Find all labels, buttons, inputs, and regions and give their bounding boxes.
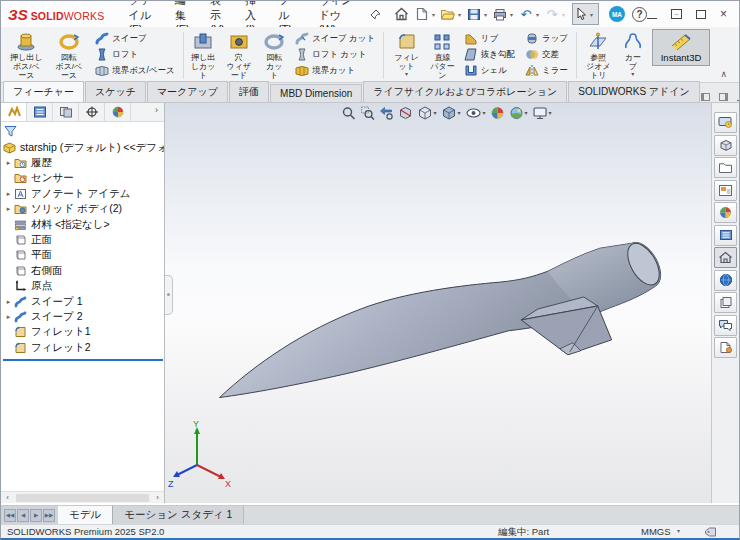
user-avatar[interactable]: MA xyxy=(609,6,625,22)
select-caret-icon[interactable]: ▾ xyxy=(590,11,593,18)
boundary-cut-button[interactable]: 境界カット xyxy=(292,63,378,78)
shell-button[interactable]: シェル xyxy=(461,63,518,78)
expand-arrow-icon[interactable]: ▸ xyxy=(3,190,14,198)
save-caret-icon[interactable]: ▾ xyxy=(484,11,487,18)
instant3d-button[interactable]: Instant3D xyxy=(652,29,711,66)
tree-item-history[interactable]: ▸ 履歴 xyxy=(3,155,164,170)
extrude-boss-button[interactable]: 押し出し ボス/ベース xyxy=(5,29,48,81)
file-explorer-button[interactable] xyxy=(714,157,737,178)
new-caret-icon[interactable]: ▾ xyxy=(432,11,435,18)
expand-arrow-icon[interactable]: ▸ xyxy=(3,313,14,321)
curves-button[interactable]: カーブ ▾ xyxy=(617,29,649,78)
redo-button[interactable]: ↷ xyxy=(542,4,562,24)
previous-tab-button[interactable]: ◀ xyxy=(17,509,29,522)
loft-cut-button[interactable]: ロフト カット xyxy=(292,47,378,62)
tree-item-right-plane[interactable]: 右側面 xyxy=(3,263,164,278)
comments-button[interactable] xyxy=(714,315,737,336)
configurationmanager-tab[interactable] xyxy=(53,103,79,121)
select-tool-button[interactable]: ▾ xyxy=(572,3,599,25)
extrude-cut-button[interactable]: 押し出 しカット xyxy=(187,29,220,81)
solidworks-resources-button[interactable] xyxy=(714,112,737,133)
expand-arrow-icon[interactable]: ▸ xyxy=(3,298,14,306)
zoom-to-fit-button[interactable] xyxy=(340,104,358,121)
3dexperience-button[interactable] xyxy=(714,270,737,291)
first-tab-button[interactable]: ◀◀ xyxy=(4,509,16,522)
pane-left-icon[interactable] xyxy=(701,93,710,101)
rollback-bar[interactable] xyxy=(3,359,163,361)
section-view-button[interactable] xyxy=(397,104,415,121)
tab-sketch[interactable]: スケッチ xyxy=(85,81,146,102)
tab-solidworks-addins[interactable]: SOLIDWORKS アドイン xyxy=(568,81,700,102)
help-button[interactable]: ? xyxy=(632,7,647,22)
tree-item-material[interactable]: 材料 <指定なし> xyxy=(3,217,164,232)
ribbon-collapse-chevron[interactable]: ∧ xyxy=(710,66,737,82)
draft-button[interactable]: 抜き勾配 xyxy=(461,47,518,62)
tree-root-part[interactable]: starship (デフォルト) <<デフォルト>_表示状 xyxy=(3,140,164,155)
zoom-to-area-button[interactable] xyxy=(359,104,377,121)
custom-properties-button[interactable] xyxy=(714,225,737,246)
redo-caret-icon[interactable]: ▾ xyxy=(562,11,565,18)
fillet-button[interactable]: フィレット ▾ xyxy=(387,29,426,78)
rib-button[interactable]: リブ xyxy=(461,31,518,46)
new-document-button[interactable] xyxy=(412,4,432,24)
open-button[interactable] xyxy=(438,4,458,24)
starship-model[interactable] xyxy=(165,103,711,503)
open-caret-icon[interactable]: ▾ xyxy=(458,11,461,18)
tree-item-top-plane[interactable]: 平面 xyxy=(3,248,164,263)
tree-horizontal-scrollbar[interactable]: ‹ › xyxy=(1,491,164,503)
view-palette-button[interactable] xyxy=(714,180,737,201)
tab-mbd-dimension[interactable]: MBD Dimension xyxy=(270,84,362,102)
panel-splitter-handle[interactable] xyxy=(165,275,173,315)
scrollbar-thumb[interactable] xyxy=(16,494,149,502)
tree-item-solid-bodies[interactable]: ▸ ソリッド ボディ(2) xyxy=(3,202,164,217)
display-style-button[interactable]: ▾ xyxy=(440,104,463,121)
undo-button[interactable]: ↶ xyxy=(516,4,536,24)
tree-item-sweep1[interactable]: ▸ スイープ 1 xyxy=(3,294,164,309)
home-button-taskpane[interactable] xyxy=(714,247,737,268)
edit-appearance-button[interactable] xyxy=(489,104,507,121)
print-button[interactable] xyxy=(490,4,510,24)
boundary-boss-button[interactable]: 境界ボス/ベース xyxy=(92,63,178,78)
revolve-cut-button[interactable]: 回転 カット xyxy=(258,29,290,81)
minimize-button[interactable] xyxy=(647,18,657,19)
reference-geometry-button[interactable]: 参照 ジオメトリ ▾ xyxy=(580,29,617,87)
tree-item-sensors[interactable]: センサー xyxy=(3,171,164,186)
design-library-button[interactable] xyxy=(714,135,737,156)
tab-features[interactable]: フィーチャー xyxy=(3,81,84,102)
appearances-scenes-button[interactable] xyxy=(714,202,737,223)
model-tab[interactable]: モデル xyxy=(58,506,113,524)
mirror-button[interactable]: ミラー xyxy=(522,63,571,78)
expand-arrow-icon[interactable]: ▸ xyxy=(3,205,14,213)
units-caret-icon[interactable]: ▾ xyxy=(677,527,680,534)
linear-pattern-button[interactable]: 直線 パターン ▾ xyxy=(426,29,459,87)
displaymanager-tab[interactable] xyxy=(105,103,131,121)
view-settings-button[interactable]: ▾ xyxy=(531,104,554,121)
close-button[interactable]: × xyxy=(720,7,727,21)
home-button[interactable] xyxy=(392,4,412,24)
dimxpertmanager-tab[interactable] xyxy=(79,103,105,121)
revolve-boss-button[interactable]: 回転 ボス/ベース xyxy=(48,29,91,81)
loft-button[interactable]: ロフト xyxy=(92,47,178,62)
next-tab-button[interactable]: ▶ xyxy=(30,509,42,522)
sweep-cut-button[interactable]: スイープ カット xyxy=(292,31,378,46)
hide-show-items-button[interactable]: ▾ xyxy=(464,104,488,121)
tree-item-fillet1[interactable]: フィレット1 xyxy=(3,325,164,340)
hole-wizard-button[interactable]: 穴 ウィザード ▾ xyxy=(219,29,258,87)
filter-funnel-icon[interactable] xyxy=(4,125,17,137)
restore-layout-button[interactable]: ⇔ xyxy=(671,9,682,19)
graphics-viewport[interactable]: Y X Z ▾ ▾ ▾ ▾ ▾ xyxy=(165,103,711,503)
tab-markup[interactable]: マークアップ xyxy=(147,81,228,102)
tree-item-fillet2[interactable]: フィレット2 xyxy=(3,340,164,355)
panel-tabs-overflow[interactable]: › xyxy=(149,103,164,121)
featuremanager-tab[interactable] xyxy=(1,103,27,121)
last-tab-button[interactable]: ▶▶ xyxy=(43,509,55,522)
documents-button[interactable] xyxy=(714,292,737,313)
view-orientation-button[interactable]: ▾ xyxy=(416,104,439,121)
tree-item-sweep2[interactable]: ▸ スイープ 2 xyxy=(3,309,164,324)
tree-item-origin[interactable]: 原点 xyxy=(3,279,164,294)
pane-right-icon[interactable] xyxy=(719,93,728,101)
pin-menu-icon[interactable] xyxy=(367,6,384,23)
tab-evaluate[interactable]: 評価 xyxy=(229,81,269,102)
wrap-button[interactable]: ラップ xyxy=(522,31,571,46)
intersect-button[interactable]: 交差 xyxy=(522,47,571,62)
